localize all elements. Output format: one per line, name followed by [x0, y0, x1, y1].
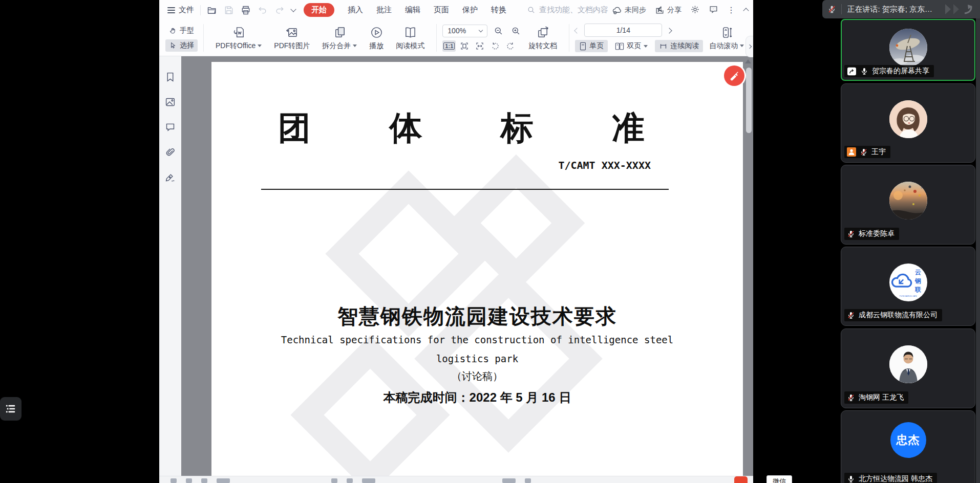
tab-protect[interactable]: 保护	[462, 5, 478, 15]
read-mode-button[interactable]: 阅读模式	[390, 26, 431, 51]
ghost-arrows-icon	[941, 3, 978, 16]
outline-toc-button[interactable]	[0, 397, 22, 421]
standard-code: T/CAMT XXX-XXXX	[558, 159, 651, 171]
pdf-to-image-button[interactable]: PDF转图片	[268, 26, 316, 51]
page-indicator-input[interactable]: 1/14	[584, 24, 662, 37]
wps-pdf-window: 文件 开始 插入 批注 编辑 页面 保护 转换	[159, 0, 753, 483]
participant-tile[interactable]: 云钢联 YUNGANGLIAN 成都云钢联物流有限公司	[841, 247, 975, 326]
cloud-logo-icon	[889, 268, 914, 294]
zoom-in-button[interactable]	[509, 25, 522, 36]
undo-button[interactable]	[258, 5, 268, 15]
statusbar-zoom-slider[interactable]	[502, 478, 516, 483]
tab-comment[interactable]: 批注	[376, 5, 392, 15]
participant-tile[interactable]: 贺宗春的屏幕共享	[841, 19, 975, 81]
comments-button[interactable]	[709, 5, 718, 16]
rotate-left-button[interactable]	[488, 40, 502, 52]
play-button[interactable]: 播放	[363, 26, 390, 51]
toolbar-overflow-expander[interactable]	[745, 36, 753, 57]
hand-icon	[169, 27, 177, 35]
share-button[interactable]: 分享	[655, 5, 681, 15]
save-button[interactable]	[224, 5, 234, 15]
comments-panel-button[interactable]	[165, 122, 176, 135]
tab-home[interactable]: 开始	[304, 3, 334, 17]
avatar: 云钢联 YUNGANGLIAN	[889, 264, 927, 301]
vertical-scrollbar-thumb[interactable]	[746, 68, 752, 133]
double-page-toggle[interactable]: 双页	[611, 40, 652, 52]
open-file-button[interactable]	[207, 5, 217, 15]
more-options-button[interactable]: ⋮	[727, 8, 735, 13]
single-page-toggle[interactable]: 单页	[575, 40, 608, 52]
participant-label: 王宇	[844, 146, 890, 158]
tab-page[interactable]: 页面	[434, 5, 449, 15]
rotate-document-button[interactable]: 旋转文档	[522, 26, 563, 51]
images-panel-button[interactable]	[165, 97, 176, 109]
header-rule	[261, 189, 669, 190]
hand-tool-button[interactable]: 手型	[165, 25, 198, 37]
mic-muted-icon	[847, 311, 855, 319]
rotate-right-button[interactable]	[504, 40, 517, 52]
logo-subtext: YUNGANGLIAN	[899, 295, 917, 297]
participant-tile[interactable]: 标准委陈卓	[841, 165, 975, 245]
mic-muted-icon	[860, 148, 868, 156]
statusbar-icon[interactable]	[201, 478, 207, 483]
statusbar-icon[interactable]	[347, 478, 353, 483]
search-input[interactable]: 查找功能、文档内容	[527, 5, 608, 15]
undo-icon	[258, 5, 268, 15]
statusbar-icon[interactable]	[331, 478, 337, 483]
tab-edit[interactable]: 编辑	[405, 5, 420, 15]
statusbar-icon[interactable]	[217, 478, 230, 483]
statusbar-icon[interactable]	[362, 478, 375, 483]
bookmarks-panel-button[interactable]	[165, 72, 176, 84]
split-merge-button[interactable]: 拆分合并	[316, 26, 363, 51]
tab-insert[interactable]: 插入	[348, 5, 363, 15]
actual-size-button[interactable]: 1:1	[442, 40, 456, 52]
rotate-document-label: 旋转文档	[528, 41, 557, 51]
statusbar-icon[interactable]	[171, 478, 177, 483]
pen-badge-icon	[729, 70, 740, 81]
quick-access-dropdown[interactable]	[291, 6, 295, 15]
redo-button[interactable]	[274, 5, 285, 15]
tab-convert[interactable]: 转换	[491, 5, 506, 15]
rotate-left-icon	[491, 41, 500, 51]
select-tool-button[interactable]: 选择	[165, 39, 198, 52]
chevron-down-icon	[290, 6, 296, 12]
file-menu-button[interactable]: 文件	[167, 5, 194, 15]
previous-page-button[interactable]	[575, 26, 579, 35]
taskbar-app-icon[interactable]	[734, 476, 748, 483]
statusbar-icon[interactable]	[186, 478, 192, 483]
divider	[841, 4, 842, 14]
pdf-to-office-button[interactable]: PDF转Office	[209, 26, 268, 51]
share-icon	[655, 5, 665, 15]
auto-scroll-button[interactable]: 自动滚动	[703, 26, 750, 51]
signature-panel-button[interactable]	[165, 172, 176, 185]
statusbar-icon[interactable]	[525, 478, 531, 483]
participant-label: 北方恒达物流园 韩忠杰	[844, 473, 937, 483]
select-tool-label: 选择	[180, 41, 194, 50]
scroll-up-arrow[interactable]	[745, 59, 751, 63]
collapse-ribbon-button[interactable]	[744, 6, 748, 14]
participant-tile[interactable]: 忠杰 北方恒达物流园 韩忠杰	[841, 410, 975, 483]
zoom-out-button[interactable]	[492, 25, 505, 36]
continuous-read-toggle[interactable]: 连续阅读	[655, 40, 703, 52]
mic-muted-icon	[847, 230, 855, 238]
participant-name: 贺宗春的屏幕共享	[872, 67, 929, 76]
fit-width-button[interactable]	[473, 40, 486, 52]
zoom-level-select[interactable]: 100%	[442, 25, 487, 37]
participant-tile[interactable]: 王宇	[841, 83, 975, 163]
next-page-button[interactable]	[667, 26, 671, 35]
settings-button[interactable]	[690, 5, 700, 16]
print-button[interactable]	[241, 5, 251, 15]
completion-date: 本稿完成时间：2022 年 5 月 16 日	[211, 389, 743, 406]
fit-page-button[interactable]	[458, 40, 471, 52]
meeting-panel-edge	[976, 0, 980, 483]
avatar	[889, 29, 927, 67]
sync-status-button[interactable]: 未同步	[611, 5, 646, 15]
mic-on-icon	[847, 475, 855, 483]
rotate-right-icon	[506, 41, 515, 51]
message-bubble-icon	[709, 5, 718, 14]
wps-floating-badge[interactable]	[724, 65, 744, 86]
attachments-panel-button[interactable]	[165, 147, 176, 160]
participant-tile[interactable]: 淘钢网 王龙飞	[841, 328, 975, 408]
outline-list-icon	[5, 404, 16, 414]
gear-icon	[690, 5, 700, 14]
